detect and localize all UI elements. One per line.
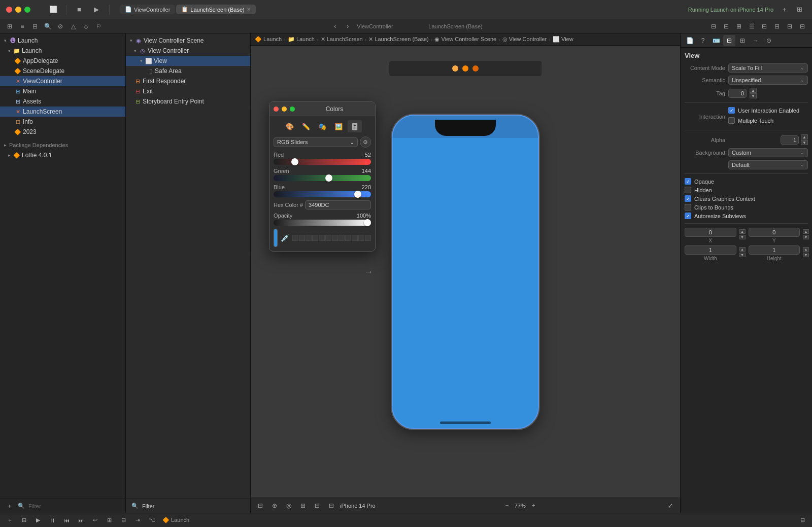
swatch-cell[interactable] (345, 235, 351, 241)
color-wheel-btn[interactable]: 🎨 (283, 120, 297, 132)
list-view-btn[interactable]: ≡ (17, 21, 28, 32)
tree-item-main[interactable]: ⊞ Main (0, 86, 125, 96)
tab-viewcontroller[interactable]: 📄 ViewController (120, 5, 175, 14)
tree-item-view[interactable]: ▾ ⬜ View (126, 56, 250, 66)
tree-item-entry-point[interactable]: ⊟ Storyboard Entry Point (126, 96, 250, 107)
add-file-button[interactable]: ＋ (4, 501, 14, 511)
tree-item-viewcontroller[interactable]: ✕ ViewController (0, 76, 125, 86)
bottom-pause-btn[interactable]: ⏸ (47, 515, 58, 526)
filter-btn[interactable]: ⊘ (55, 21, 66, 32)
canvas-btn-5[interactable]: ⊟ (312, 500, 323, 511)
inspector-toggle-8[interactable]: ⊟ (797, 21, 808, 32)
bottom-panel-btn[interactable]: ⊟ (18, 515, 29, 526)
colors-close-btn[interactable] (274, 107, 279, 112)
swatch-cell[interactable] (352, 235, 358, 241)
tag-value[interactable]: 0 (728, 89, 747, 98)
inspector-identity-btn[interactable]: 🪪 (710, 35, 722, 46)
multiple-touch-checkbox[interactable] (728, 117, 735, 124)
alpha-value[interactable]: 1 (781, 135, 799, 145)
tab-close-icon[interactable]: ✕ (247, 7, 251, 12)
x-value[interactable]: 0 (685, 228, 736, 237)
issue-btn[interactable]: ⚐ (93, 21, 104, 32)
canvas-btn-6[interactable]: ⊟ (326, 500, 337, 511)
alpha-decrement[interactable]: ▼ (801, 140, 808, 145)
inspector-attrs-btn[interactable]: ⊟ (723, 35, 735, 46)
inspector-toggle-4[interactable]: ☰ (746, 21, 757, 32)
sidebar-toggle-button[interactable]: ⬜ (47, 3, 60, 16)
colors-minimize-btn[interactable] (282, 107, 287, 112)
bottom-play-btn[interactable]: ▶ (32, 515, 44, 526)
tree-item-launch-folder[interactable]: ▾ 📁 Launch (0, 46, 125, 56)
semantic-select[interactable]: Unspecified ⌄ (728, 76, 808, 85)
width-stepper-up[interactable]: ▲ (739, 247, 746, 252)
inspector-bind-btn[interactable]: ⊙ (763, 35, 775, 46)
tree-item-appdelegate[interactable]: 🔶 AppDelegate (0, 56, 125, 66)
clears-graphics-checkbox[interactable]: ✓ (685, 195, 691, 202)
red-slider-track[interactable] (274, 159, 371, 165)
height-stepper-up[interactable]: ▲ (803, 247, 809, 252)
tree-item-safearea[interactable]: ⬚ Safe Area (126, 66, 250, 76)
inspector-toggle-2[interactable]: ⊟ (721, 21, 732, 32)
maximize-button[interactable] (24, 7, 30, 13)
add-button[interactable]: ＋ (777, 3, 791, 16)
tab-launchscreen[interactable]: 📋 LaunchScreen (Base) ✕ (176, 5, 255, 14)
green-slider-track[interactable] (274, 175, 371, 181)
width-stepper-down[interactable]: ▼ (739, 253, 746, 257)
canvas-btn-1[interactable]: ⊟ (255, 500, 266, 511)
search-btn[interactable]: 🔍 (42, 21, 53, 32)
swatch-cell[interactable] (365, 235, 371, 241)
nav-forward-btn[interactable]: › (342, 21, 353, 32)
zoom-in-button[interactable]: ＋ (528, 500, 539, 511)
inspector-toggle-6[interactable]: ⊟ (771, 21, 783, 32)
color-palette-btn[interactable]: 🎭 (315, 120, 329, 132)
swatch-cell[interactable] (339, 235, 345, 241)
height-stepper-down[interactable]: ▼ (803, 253, 809, 257)
user-interaction-checkbox[interactable]: ✓ (728, 107, 735, 114)
inspector-quick-btn[interactable]: ? (697, 35, 709, 46)
canvas-btn-2[interactable]: ⊕ (269, 500, 280, 511)
bottom-step6-btn[interactable]: ⇥ (132, 515, 143, 526)
bottom-step3-btn[interactable]: ↩ (89, 515, 100, 526)
color-sliders-btn[interactable]: 🎚️ (348, 120, 362, 132)
tree-item-vc[interactable]: ▾ ◎ View Controller (126, 46, 250, 56)
hierarchical-btn[interactable]: ⊟ (29, 21, 41, 32)
filter-icon[interactable]: 🔍 (130, 501, 140, 511)
bottom-step2-btn[interactable]: ⏭ (75, 515, 86, 526)
tag-increment[interactable]: ▲ (750, 88, 757, 93)
autoresize-checkbox[interactable]: ✓ (685, 213, 691, 219)
breadcrumb-launch-1[interactable]: 🔶 Launch (255, 36, 282, 43)
swatch-cell[interactable] (299, 235, 305, 241)
hidden-checkbox[interactable] (685, 187, 691, 193)
color-settings-btn[interactable]: ⚙ (360, 136, 371, 148)
bottom-step-btn[interactable]: ⏮ (61, 515, 72, 526)
inspector-toggle-1[interactable]: ⊟ (708, 21, 719, 32)
tree-item-scenedelegate[interactable]: 🔶 SceneDelegate (0, 66, 125, 76)
zoom-out-button[interactable]: － (501, 500, 513, 511)
inspector-toggle-3[interactable]: ⊞ (733, 21, 745, 32)
canvas-btn-4[interactable]: ⊞ (297, 500, 309, 511)
tree-item-launch-project[interactable]: ▾ 🅛 Launch (0, 36, 125, 46)
green-slider-thumb[interactable] (325, 174, 332, 182)
tag-decrement[interactable]: ▼ (750, 93, 757, 98)
bottom-add-btn[interactable]: ＋ (4, 515, 15, 526)
inspector-toggle-7[interactable]: ⊟ (784, 21, 795, 32)
tree-item-lottie[interactable]: ▸ 🔶 Lottie 4.0.1 (0, 150, 125, 160)
swatch-cell[interactable] (319, 235, 325, 241)
breadcrumb-view[interactable]: ⬜ View (553, 36, 573, 43)
opacity-slider-thumb[interactable] (364, 219, 371, 226)
y-stepper-down[interactable]: ▼ (803, 235, 809, 239)
filter-icon[interactable]: 🔍 (16, 501, 26, 511)
close-button[interactable] (6, 7, 12, 13)
tree-item-assets[interactable]: ⊟ Assets (0, 96, 125, 107)
swatch-cell[interactable] (332, 235, 338, 241)
color-crayons-btn[interactable]: ✏️ (299, 120, 313, 132)
bottom-step4-btn[interactable]: ⊞ (104, 515, 115, 526)
x-stepper-down[interactable]: ▼ (739, 235, 746, 239)
canvas-btn-7[interactable]: ⤢ (665, 500, 676, 511)
mark-btn[interactable]: △ (67, 21, 79, 32)
height-value[interactable]: 1 (749, 245, 800, 255)
tree-item-exit[interactable]: ⊟ Exit (126, 86, 250, 96)
bookmark-btn[interactable]: ◇ (80, 21, 91, 32)
tree-item-2023[interactable]: 🔶 2023 (0, 127, 125, 137)
background-select[interactable]: Custom ⌄ (728, 148, 808, 157)
